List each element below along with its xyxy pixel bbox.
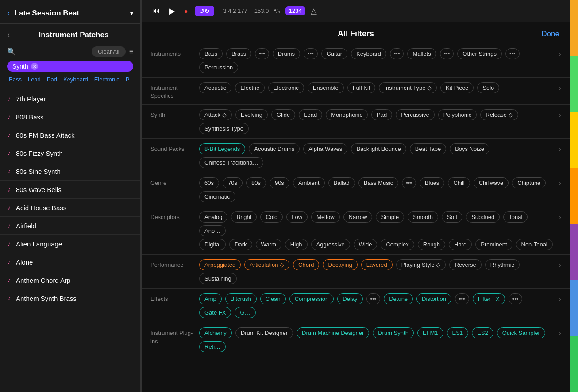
chip-lead[interactable]: Lead bbox=[299, 109, 322, 120]
chip-delay[interactable]: Delay bbox=[337, 293, 362, 304]
done-button[interactable]: Done bbox=[541, 30, 559, 38]
chip-beat-tape[interactable]: Beat Tape bbox=[410, 143, 446, 154]
list-item[interactable]: ♪ 80s Wave Bells bbox=[0, 181, 140, 199]
chip-rhythmic[interactable]: Rhythmic bbox=[485, 259, 520, 270]
chip-clean[interactable]: Clean bbox=[260, 293, 286, 304]
synth-row-arrow[interactable]: › bbox=[555, 109, 561, 119]
chip-chill[interactable]: Chill bbox=[448, 177, 470, 188]
chip-distortion-more[interactable]: ••• bbox=[455, 293, 469, 304]
chip-backlight-bounce[interactable]: Backlight Bounce bbox=[351, 143, 406, 154]
chip-simple[interactable]: Simple bbox=[376, 211, 404, 223]
list-item[interactable]: ♪ 80s Sine Synth bbox=[0, 162, 140, 181]
chip-arpeggiated[interactable]: Arpeggiated bbox=[199, 259, 241, 270]
chip-alchemy[interactable]: Alchemy bbox=[199, 327, 232, 338]
filter-tag-more[interactable]: P bbox=[124, 75, 131, 84]
chip-drums[interactable]: Drums bbox=[273, 48, 300, 59]
chip-mellow[interactable]: Mellow bbox=[311, 211, 339, 223]
instrument-patches-back-icon[interactable]: ‹ bbox=[7, 30, 10, 39]
chip-quick-sampler[interactable]: Quick Sampler bbox=[497, 327, 545, 338]
chip-drums-more[interactable]: ••• bbox=[304, 48, 318, 59]
chip-reti[interactable]: Reti… bbox=[199, 341, 226, 352]
chip-non-tonal[interactable]: Non-Tonal bbox=[516, 239, 553, 250]
chip-acoustic[interactable]: Acoustic bbox=[199, 82, 231, 93]
chip-drum-machine-designer[interactable]: Drum Machine Designer bbox=[297, 327, 369, 338]
chip-glide[interactable]: Glide bbox=[271, 109, 295, 120]
chip-rough[interactable]: Rough bbox=[418, 239, 445, 250]
chip-bass-music-more[interactable]: ••• bbox=[402, 177, 416, 188]
chip-kit-piece[interactable]: Kit Piece bbox=[440, 82, 474, 93]
chip-compression[interactable]: Compression bbox=[289, 293, 334, 304]
chip-amp[interactable]: Amp bbox=[199, 293, 222, 304]
filter-tag-bass[interactable]: Bass bbox=[7, 75, 23, 84]
list-item[interactable]: ♪ 7th Player bbox=[0, 90, 140, 108]
chip-ano[interactable]: Ano… bbox=[199, 225, 226, 236]
chip-analog[interactable]: Analog bbox=[199, 211, 227, 223]
chip-tonal[interactable]: Tonal bbox=[503, 211, 528, 223]
record-button[interactable]: ● bbox=[182, 6, 189, 16]
chip-reverse[interactable]: Reverse bbox=[449, 259, 481, 270]
chip-alpha-waves[interactable]: Alpha Waves bbox=[303, 143, 347, 154]
chip-playing-style[interactable]: Playing Style ◇ bbox=[396, 259, 446, 270]
chip-electric[interactable]: Electric bbox=[235, 82, 265, 93]
chip-chiptune[interactable]: Chiptune bbox=[512, 177, 546, 188]
chip-instrument-type[interactable]: Instrument Type ◇ bbox=[379, 82, 437, 93]
chip-release[interactable]: Release ◇ bbox=[480, 109, 518, 120]
chip-mallets-more[interactable]: ••• bbox=[440, 48, 454, 59]
chip-keyboard-more[interactable]: ••• bbox=[390, 48, 404, 59]
chip-narrow[interactable]: Narrow bbox=[343, 211, 373, 223]
chip-drum-kit-designer[interactable]: Drum Kit Designer bbox=[235, 327, 293, 338]
list-item[interactable]: ♪ Anthem Synth Brass bbox=[0, 289, 140, 307]
chip-boys-noize[interactable]: Boys Noize bbox=[450, 143, 489, 154]
chip-monophonic[interactable]: Monophonic bbox=[326, 109, 368, 120]
list-item[interactable]: ♪ Acid House Bass bbox=[0, 199, 140, 217]
effects-row-arrow[interactable]: › bbox=[555, 293, 561, 303]
chip-pad[interactable]: Pad bbox=[371, 109, 392, 120]
list-item[interactable]: ♪ Alone bbox=[0, 253, 140, 271]
skip-back-button[interactable]: ⏮ bbox=[150, 4, 162, 17]
filter-tag-electronic[interactable]: Electronic bbox=[92, 75, 121, 84]
chip-synthesis-type[interactable]: Synthesis Type bbox=[199, 123, 249, 134]
chip-70s[interactable]: 70s bbox=[223, 177, 243, 188]
chip-es2[interactable]: ES2 bbox=[472, 327, 493, 338]
chip-other-strings[interactable]: Other Strings bbox=[457, 48, 502, 59]
chip-es1[interactable]: ES1 bbox=[447, 327, 469, 338]
chip-drum-synth[interactable]: Drum Synth bbox=[373, 327, 414, 338]
chip-bitcrush[interactable]: Bitcrush bbox=[225, 293, 257, 304]
chip-polyphonic[interactable]: Polyphonic bbox=[438, 109, 477, 120]
filter-icon[interactable]: ≡ bbox=[129, 48, 133, 56]
chip-chillwave[interactable]: Chillwave bbox=[474, 177, 509, 188]
chip-other-strings-more[interactable]: ••• bbox=[505, 48, 520, 59]
play-button[interactable]: ▶ bbox=[167, 4, 177, 18]
chip-decaying[interactable]: Decaying bbox=[323, 259, 357, 270]
chip-filter-fx-more[interactable]: ••• bbox=[509, 293, 523, 304]
chip-80s[interactable]: 80s bbox=[246, 177, 266, 188]
back-arrow-icon[interactable]: ‹ bbox=[7, 8, 10, 18]
list-item[interactable]: ♪ 808 Bass bbox=[0, 108, 140, 126]
chip-percussion[interactable]: Percussion bbox=[199, 62, 238, 73]
chip-cold[interactable]: Cold bbox=[260, 211, 283, 223]
list-item[interactable]: ♪ 80s Fizzy Synth bbox=[0, 144, 140, 162]
chip-detune[interactable]: Detune bbox=[384, 293, 413, 304]
chip-high[interactable]: High bbox=[285, 239, 308, 250]
chip-ambient[interactable]: Ambient bbox=[293, 177, 325, 188]
descriptors-row-arrow[interactable]: › bbox=[555, 211, 561, 221]
list-item[interactable]: ♪ Airfield bbox=[0, 217, 140, 235]
chip-distortion[interactable]: Distortion bbox=[416, 293, 451, 304]
chip-chinese-traditional[interactable]: Chinese Traditiona… bbox=[199, 157, 263, 168]
chip-prominent[interactable]: Prominent bbox=[475, 239, 512, 250]
chip-articulation[interactable]: Articulation ◇ bbox=[244, 259, 289, 270]
chip-bass-music[interactable]: Bass Music bbox=[358, 177, 398, 188]
chip-dark[interactable]: Dark bbox=[229, 239, 252, 250]
list-item[interactable]: ♪ Alien Language bbox=[0, 235, 140, 253]
chip-sustaining[interactable]: Sustaining bbox=[199, 273, 237, 284]
instruments-row-arrow[interactable]: › bbox=[555, 48, 561, 58]
chip-keyboard[interactable]: Keyboard bbox=[351, 48, 386, 59]
instrument-specifics-row-arrow[interactable]: › bbox=[555, 82, 561, 92]
chip-complex[interactable]: Complex bbox=[381, 239, 414, 250]
genre-row-arrow[interactable]: › bbox=[555, 177, 561, 187]
chip-layered[interactable]: Layered bbox=[361, 259, 393, 270]
chip-attack[interactable]: Attack ◇ bbox=[199, 109, 232, 120]
chip-warm[interactable]: Warm bbox=[256, 239, 281, 250]
clear-all-button[interactable]: Clear All bbox=[92, 46, 125, 57]
chip-efm1[interactable]: EFM1 bbox=[417, 327, 443, 338]
